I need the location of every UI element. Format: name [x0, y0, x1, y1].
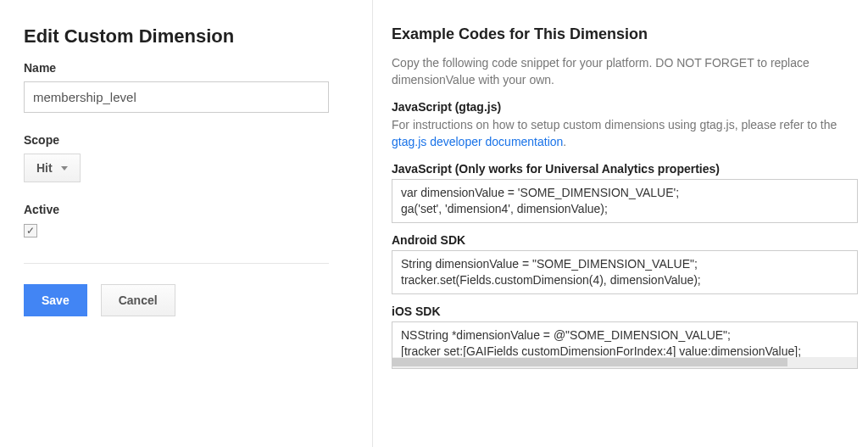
name-field: Name [24, 61, 348, 113]
android-head: Android SDK [392, 233, 858, 247]
gtag-desc-suffix: . [563, 135, 566, 148]
name-input[interactable] [24, 81, 329, 113]
example-panel: Example Codes for This Dimension Copy th… [373, 0, 868, 447]
active-label: Active [24, 203, 348, 216]
example-intro: Copy the following code snippet for your… [392, 55, 858, 88]
example-heading: Example Codes for This Dimension [392, 25, 858, 43]
scope-label: Scope [24, 133, 348, 147]
ios-head: iOS SDK [392, 305, 858, 318]
active-field: Active ✓ [24, 203, 348, 237]
gtag-desc: For instructions on how to setup custom … [392, 117, 858, 150]
horizontal-scrollbar[interactable] [392, 357, 858, 369]
name-label: Name [24, 61, 348, 75]
scope-field: Scope Hit [24, 133, 348, 182]
gtag-doc-link[interactable]: gtag.js developer documentation [392, 135, 563, 148]
android-code-box[interactable]: String dimensionValue = "SOME_DIMENSION_… [392, 250, 858, 294]
page-title: Edit Custom Dimension [24, 25, 348, 47]
js-head: JavaScript (Only works for Universal Ana… [392, 162, 858, 176]
divider [24, 263, 329, 264]
save-button[interactable]: Save [24, 284, 87, 316]
scope-select[interactable]: Hit [24, 154, 81, 182]
form-panel: Edit Custom Dimension Name Scope Hit Act… [0, 0, 373, 447]
chevron-down-icon [61, 166, 68, 170]
active-checkbox[interactable]: ✓ [24, 224, 37, 237]
gtag-desc-prefix: For instructions on how to setup custom … [392, 118, 837, 131]
gtag-head: JavaScript (gtag.js) [392, 100, 858, 114]
button-row: Save Cancel [24, 284, 348, 316]
js-code-box[interactable]: var dimensionValue = 'SOME_DIMENSION_VAL… [392, 179, 858, 223]
cancel-button[interactable]: Cancel [101, 284, 175, 316]
scope-value: Hit [36, 161, 53, 175]
scrollbar-thumb[interactable] [392, 358, 787, 366]
